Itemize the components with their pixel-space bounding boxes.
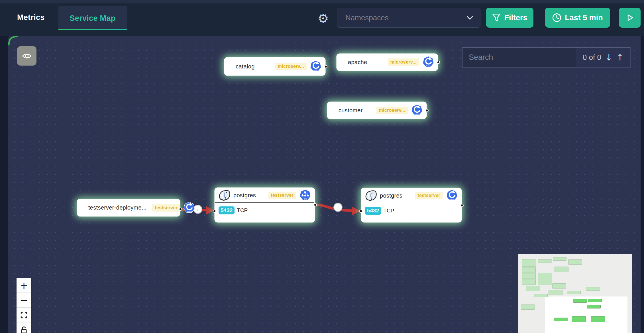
minimap-node bbox=[554, 318, 568, 321]
connection-handle-postgres-deployment-right bbox=[460, 204, 464, 207]
time-range-label: Last 5 min bbox=[565, 13, 603, 22]
service-node-customer[interactable]: customermicroserv...deploy bbox=[328, 102, 426, 118]
namespace-badge: testserver bbox=[268, 192, 296, 199]
topbar: Metrics Service Map ⚙ Namespaces Filters… bbox=[0, 3, 644, 36]
node-label: catalog bbox=[236, 63, 255, 70]
play-icon bbox=[625, 13, 634, 22]
node-header: testserver-deployme...testserverdeploy bbox=[78, 200, 180, 216]
minimap-node bbox=[573, 299, 587, 303]
service-map-canvas[interactable]: 0 of 0 ↓ ↑ ii catalogmicroserv...deploya… bbox=[8, 36, 641, 333]
svg-text:deploy: deploy bbox=[449, 198, 455, 200]
minimap-node bbox=[555, 267, 568, 272]
svg-text:deploy: deploy bbox=[313, 69, 319, 71]
visibility-toggle-button[interactable] bbox=[17, 46, 36, 66]
play-button[interactable] bbox=[619, 8, 641, 28]
minimap-node bbox=[572, 316, 586, 322]
port-number-badge: 5432 bbox=[219, 206, 235, 214]
service-node-postgres-service[interactable]: postgrestestserversvc5432TCP bbox=[215, 188, 314, 222]
eye-icon bbox=[22, 52, 32, 60]
minimap-node bbox=[549, 290, 563, 295]
time-range-button[interactable]: Last 5 min bbox=[545, 8, 610, 28]
previous-result-icon[interactable]: ↑ bbox=[616, 52, 623, 62]
minimap-node bbox=[568, 259, 582, 265]
node-header: postgrestestserversvc bbox=[215, 188, 314, 203]
port-protocol: TCP bbox=[237, 207, 248, 214]
port-number-badge: 5432 bbox=[365, 207, 381, 215]
minimap-node bbox=[522, 259, 536, 267]
k8s-deployment-icon: deploy bbox=[183, 202, 195, 214]
node-label: testserver-deployme... bbox=[88, 204, 146, 211]
window-top-strip bbox=[0, 0, 644, 3]
connection-handle-customer-right bbox=[425, 109, 429, 112]
edge-postgres-postgres-arrowhead bbox=[352, 207, 360, 215]
k8s-deployment-icon: deploy bbox=[446, 189, 458, 202]
namespace-badge: testserver bbox=[152, 204, 180, 212]
edge-postgres-postgres[interactable] bbox=[315, 205, 353, 211]
active-tab-underline bbox=[58, 29, 127, 30]
node-label: postgres bbox=[233, 192, 256, 199]
minimap-node bbox=[538, 273, 552, 285]
connection-handle-apache-right bbox=[437, 61, 440, 64]
service-node-testserver-deployment[interactable]: testserver-deployme...testserverdeploy bbox=[78, 200, 180, 216]
edge-testserver-postgres-info-label: i bbox=[197, 207, 199, 212]
namespaces-select[interactable]: Namespaces bbox=[337, 8, 480, 28]
zoom-controls: +− bbox=[17, 278, 31, 333]
minimap-node bbox=[553, 257, 566, 261]
zoom-in-button[interactable]: + bbox=[17, 278, 31, 293]
minimap-node bbox=[534, 294, 548, 297]
postgresql-logo bbox=[219, 189, 231, 201]
tab-service-map[interactable]: Service Map bbox=[58, 6, 127, 30]
node-label: apache bbox=[348, 59, 367, 66]
k8s-deployment-icon: deploy bbox=[411, 104, 423, 117]
next-result-icon[interactable]: ↓ bbox=[605, 52, 612, 62]
node-header: catalogmicroserv...deploy bbox=[225, 58, 325, 75]
k8s-service-icon: svc bbox=[299, 189, 311, 202]
node-label: postgres bbox=[380, 192, 402, 199]
namespace-badge: microserv... bbox=[376, 107, 408, 114]
filters-button-label: Filters bbox=[504, 13, 527, 22]
port-row: 5432TCP bbox=[215, 203, 314, 218]
gear-icon[interactable]: ⚙ bbox=[316, 11, 331, 26]
graph-search-panel: 0 of 0 ↓ ↑ bbox=[462, 47, 631, 68]
chevron-down-icon bbox=[466, 16, 473, 20]
namespaces-placeholder: Namespaces bbox=[345, 13, 466, 22]
minimap-node bbox=[522, 279, 536, 285]
svg-text:deploy: deploy bbox=[414, 113, 420, 115]
minimap-node bbox=[591, 316, 605, 322]
svg-text:svc: svc bbox=[304, 198, 307, 200]
service-node-catalog[interactable]: catalogmicroserv...deploy bbox=[225, 58, 325, 75]
connection-handle-postgres-service-right bbox=[314, 203, 317, 206]
edge-postgres-postgres-info-label: i bbox=[337, 205, 339, 210]
postgresql-logo bbox=[365, 190, 377, 202]
minimap-node bbox=[521, 304, 535, 310]
service-node-apache[interactable]: apachemicroserv...deploy bbox=[337, 54, 437, 70]
tab-metrics[interactable]: Metrics bbox=[17, 13, 45, 22]
node-header: customermicroserv...deploy bbox=[328, 102, 426, 118]
fit-view-button[interactable] bbox=[17, 308, 31, 322]
minimap-node bbox=[552, 283, 566, 289]
minimap-node bbox=[588, 299, 602, 302]
edge-postgres-postgres-info-badge[interactable] bbox=[334, 203, 342, 212]
node-header: postgrestestserverdeploy bbox=[362, 188, 461, 203]
funnel-icon bbox=[492, 13, 501, 22]
k8s-deployment-icon: deploy bbox=[422, 56, 435, 68]
minimap[interactable] bbox=[518, 254, 632, 333]
search-input[interactable] bbox=[462, 47, 576, 67]
tab-service-map-label: Service Map bbox=[70, 14, 116, 23]
minimap-node bbox=[567, 291, 581, 294]
clock-icon bbox=[552, 13, 561, 22]
minimap-node bbox=[522, 267, 536, 273]
node-label: customer bbox=[339, 107, 363, 114]
minimap-node bbox=[586, 287, 600, 291]
filters-button[interactable]: Filters bbox=[486, 8, 533, 28]
service-node-postgres-deployment[interactable]: postgrestestserverdeploy5432TCP bbox=[362, 188, 461, 222]
connection-handle-postgres-deployment-left bbox=[359, 210, 362, 213]
namespace-badge: testserver bbox=[415, 192, 443, 199]
interactivity-lock-button[interactable] bbox=[17, 322, 31, 333]
node-header: apachemicroserv...deploy bbox=[337, 54, 437, 70]
fit-view-icon bbox=[20, 311, 28, 319]
port-row: 5432TCP bbox=[362, 203, 461, 218]
zoom-out-button[interactable]: − bbox=[17, 293, 31, 308]
search-result-count: 0 of 0 bbox=[583, 53, 601, 62]
minimap-node bbox=[587, 305, 601, 308]
